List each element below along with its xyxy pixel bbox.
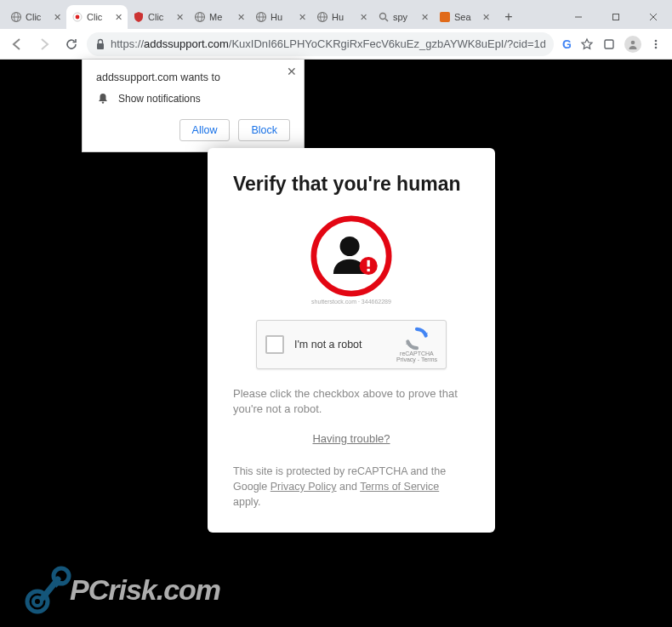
close-icon[interactable]: ✕ — [287, 65, 297, 78]
svg-point-24 — [655, 39, 658, 42]
tab-title: Clic — [87, 12, 113, 22]
minimize-button[interactable] — [560, 5, 597, 29]
toolbar-right: G — [557, 36, 667, 53]
svg-point-28 — [314, 219, 389, 294]
browser-tab[interactable]: spy✕ — [373, 5, 434, 29]
svg-point-14 — [380, 14, 386, 20]
svg-rect-21 — [97, 43, 104, 49]
reload-button[interactable] — [60, 32, 83, 56]
browser-tab[interactable]: Sea✕ — [434, 5, 495, 29]
red-dot-icon — [71, 11, 83, 23]
tab-title: Hu — [332, 12, 358, 22]
close-window-button[interactable] — [635, 5, 672, 29]
browser-tab[interactable]: Clic✕ — [5, 5, 66, 29]
privacy-policy-link[interactable]: Privacy Policy — [271, 481, 337, 493]
forward-button[interactable] — [32, 32, 56, 56]
tab-close-icon[interactable]: ✕ — [421, 12, 429, 23]
svg-point-23 — [631, 40, 635, 44]
watermark-logo-icon — [17, 564, 77, 615]
browser-tab[interactable]: Clic✕ — [66, 5, 128, 29]
svg-point-4 — [76, 15, 80, 20]
lock-icon — [95, 38, 105, 50]
having-trouble-link[interactable]: Having trouble? — [233, 432, 470, 445]
maximize-button[interactable] — [597, 5, 635, 29]
permission-host-line: addssupport.com wants to — [96, 71, 290, 83]
permission-item: Show notifications — [96, 92, 290, 105]
watermark: PCrisk.com — [17, 564, 220, 615]
browser-tab[interactable]: Hu✕ — [311, 5, 373, 29]
tab-close-icon[interactable]: ✕ — [176, 12, 184, 23]
tab-close-icon[interactable]: ✕ — [482, 12, 490, 23]
url-scheme: https:// — [111, 37, 144, 50]
legal-mid: and — [337, 481, 361, 493]
tab-title: Clic — [26, 12, 52, 22]
recaptcha-logo-icon — [405, 327, 429, 351]
bell-icon — [96, 92, 110, 105]
page-viewport: ✕ addssupport.com wants to Show notifica… — [0, 60, 672, 627]
globe-icon — [10, 11, 22, 23]
back-button[interactable] — [5, 32, 29, 56]
tab-close-icon[interactable]: ✕ — [299, 12, 306, 23]
verify-icon-wrap: shutterstock.com · 344662289 — [233, 215, 470, 305]
menu-dots-icon[interactable] — [650, 38, 662, 50]
badge-icon — [133, 11, 145, 23]
svg-point-26 — [655, 46, 658, 48]
orange-icon — [439, 11, 451, 23]
url-path: /KuxIDnI66LPHYoCKRgiRxFecV6kuEz_gzbAYWK8… — [229, 37, 545, 50]
tab-title: Me — [209, 12, 236, 22]
browser-tab[interactable]: Hu✕ — [250, 5, 311, 29]
tab-close-icon[interactable]: ✕ — [54, 12, 61, 23]
svg-point-27 — [102, 101, 104, 103]
new-tab-button[interactable]: + — [498, 7, 519, 27]
verify-card: Verify that you're human shutterstock.co… — [208, 148, 495, 533]
search-engine-icon[interactable]: G — [562, 37, 572, 51]
svg-rect-31 — [367, 260, 370, 267]
browser-tab[interactable]: Clic✕ — [128, 5, 189, 29]
tab-title: Sea — [454, 12, 481, 22]
search-icon — [378, 11, 390, 23]
bookmark-star-icon[interactable] — [580, 37, 594, 51]
address-bar[interactable]: https:// addssupport.com /KuxIDnI66LPHYo… — [87, 32, 554, 56]
legal-suffix: apply. — [233, 496, 260, 508]
tab-title: Hu — [271, 12, 297, 22]
tab-title: spy — [393, 12, 419, 22]
allow-button[interactable]: Allow — [179, 119, 231, 141]
svg-rect-32 — [367, 269, 370, 271]
svg-line-15 — [385, 19, 388, 21]
tab-close-icon[interactable]: ✕ — [115, 12, 122, 23]
legal-text: This site is protected by reCAPTCHA and … — [233, 464, 470, 510]
svg-point-25 — [655, 43, 658, 45]
recaptcha-checkbox[interactable] — [265, 335, 284, 354]
recaptcha-label: I'm not a robot — [294, 339, 396, 351]
globe-icon — [194, 11, 206, 23]
recaptcha-widget: I'm not a robot reCAPTCHA Privacy - Term… — [256, 320, 447, 369]
browser-tab[interactable]: Me✕ — [189, 5, 250, 29]
browser-chrome: Clic✕Clic✕Clic✕Me✕Hu✕Hu✕spy✕Sea✕ + — [0, 0, 672, 60]
window-controls — [560, 5, 672, 29]
terms-of-service-link[interactable]: Terms of Service — [360, 481, 439, 493]
recaptcha-legal: Privacy - Terms — [396, 356, 437, 362]
tab-title: Clic — [148, 12, 174, 22]
tab-close-icon[interactable]: ✕ — [237, 12, 245, 23]
watermark-text: PCrisk.com — [70, 573, 220, 607]
tab-strip: Clic✕Clic✕Clic✕Me✕Hu✕Hu✕spy✕Sea✕ + — [0, 0, 672, 29]
svg-point-29 — [340, 237, 360, 256]
verify-title: Verify that you're human — [233, 172, 470, 197]
profile-avatar-icon[interactable] — [624, 36, 641, 53]
image-credit: shutterstock.com · 344662289 — [311, 299, 391, 305]
globe-icon — [255, 11, 267, 23]
tab-close-icon[interactable]: ✕ — [360, 12, 367, 23]
address-bar-row: https:// addssupport.com /KuxIDnI66LPHYo… — [0, 29, 672, 60]
globe-icon — [316, 11, 328, 23]
recaptcha-badge: reCAPTCHA Privacy - Terms — [396, 327, 437, 362]
svg-rect-22 — [605, 40, 613, 48]
verify-instruction: Please click the checkbox above to prove… — [233, 386, 470, 417]
block-button[interactable]: Block — [238, 119, 290, 141]
url-host: addssupport.com — [144, 37, 229, 50]
extensions-icon[interactable] — [602, 37, 616, 51]
permission-item-label: Show notifications — [118, 93, 201, 105]
svg-rect-16 — [440, 12, 450, 22]
person-alert-icon — [310, 215, 392, 297]
notification-permission-dialog: ✕ addssupport.com wants to Show notifica… — [82, 60, 305, 152]
recaptcha-name: reCAPTCHA — [400, 351, 434, 356]
